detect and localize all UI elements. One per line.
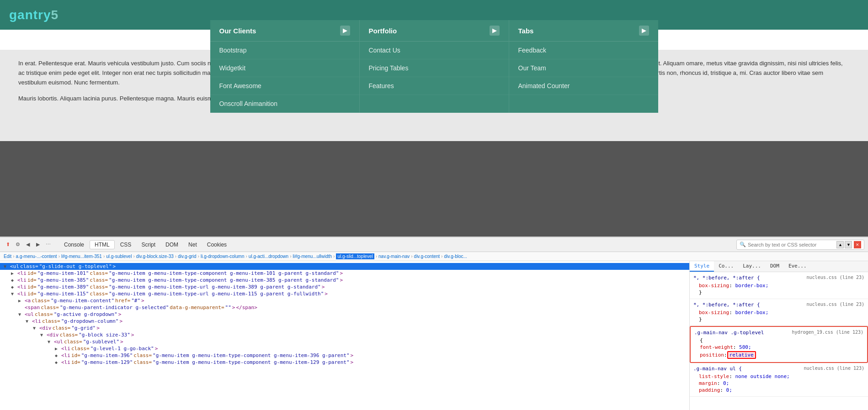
dropdown-header-label-2: Portfolio <box>369 27 397 35</box>
dropdown-item-pricing-tables[interactable]: Pricing Tables <box>360 59 509 77</box>
dropdown-header-label-1: Our Clients <box>219 27 256 35</box>
arrow-right-icon-2: ▶ <box>490 26 500 36</box>
dropdown-header-portfolio[interactable]: Portfolio ▶ <box>360 20 509 42</box>
arrow-right-icon-1: ▶ <box>340 26 350 36</box>
dropdown-item-animated-counter[interactable]: Animated Counter <box>509 77 658 95</box>
dropdown-item-features[interactable]: Features <box>360 77 509 95</box>
dropdown-header-our-clients[interactable]: Our Clients ▶ <box>210 20 359 42</box>
dropdown-item-widgetkit[interactable]: Widgetkit <box>210 59 359 77</box>
logo-text: gantry <box>9 8 51 22</box>
dropdown-item-contact-us[interactable]: Contact Us <box>360 42 509 59</box>
dropdown-item-feedback[interactable]: Feedback <box>509 42 658 59</box>
arrow-right-icon-3: ▶ <box>639 26 649 36</box>
dropdown-item-our-team[interactable]: Our Team <box>509 59 658 77</box>
dropdown-header-tabs[interactable]: Tabs ▶ <box>509 20 658 42</box>
dropdown-mega: Our Clients ▶ Bootstrap Widgetkit Font A… <box>210 20 658 113</box>
logo: gantry5 <box>9 8 59 22</box>
dropdown-item-font-awesome[interactable]: Font Awesome <box>210 77 359 95</box>
dropdown-item-onscroll[interactable]: Onscroll Animanition <box>210 95 359 113</box>
dropdown-col-2: Portfolio ▶ Contact Us Pricing Tables Fe… <box>360 20 509 113</box>
logo-suffix: 5 <box>51 8 59 22</box>
dropdown-columns: Our Clients ▶ Bootstrap Widgetkit Font A… <box>210 20 658 113</box>
dropdown-item-bootstrap[interactable]: Bootstrap <box>210 42 359 59</box>
dropdown-col-1: Our Clients ▶ Bootstrap Widgetkit Font A… <box>210 20 360 113</box>
dropdown-header-label-3: Tabs <box>518 27 534 35</box>
dropdown-col-3: Tabs ▶ Feedback Our Team Animated Counte… <box>509 20 658 113</box>
